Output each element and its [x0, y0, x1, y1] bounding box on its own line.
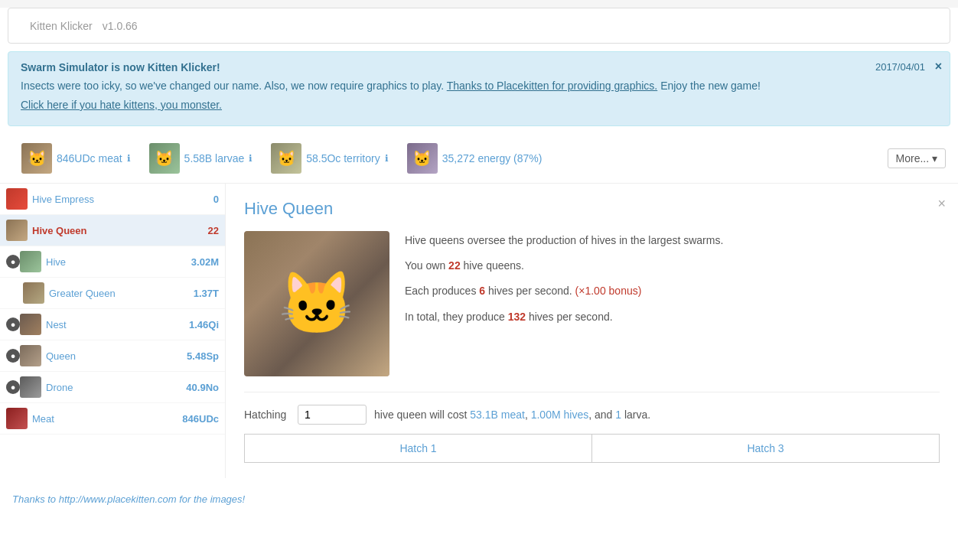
- sidebar-label-queen: Queen: [46, 350, 187, 362]
- hive-queen-icon: [6, 220, 28, 241]
- sidebar-label-hive-queen: Hive Queen: [32, 225, 208, 236]
- queen-toggle-icon[interactable]: ●: [6, 349, 20, 363]
- drone-icon: [20, 376, 41, 398]
- hive-toggle-icon[interactable]: ●: [6, 255, 20, 269]
- larvae-avatar: 🐱: [149, 143, 180, 174]
- sidebar-item-greater-queen[interactable]: Greater Queen 1.37T: [0, 278, 225, 309]
- kitten-art: [244, 231, 389, 376]
- stat-territory[interactable]: 🐱 58.5Oc territory ℹ: [262, 140, 397, 177]
- larvae-info-icon[interactable]: ℹ: [249, 153, 253, 164]
- territory-value: 58.5Oc territory: [306, 152, 380, 164]
- sidebar: Hive Empress 0 Hive Queen 22 ● Hive 3.02…: [0, 184, 226, 478]
- sidebar-item-drone[interactable]: ● Drone 40.9No: [0, 372, 225, 403]
- larvae-value: 5.58B larvae: [184, 152, 245, 164]
- sidebar-item-hive[interactable]: ● Hive 3.02M: [0, 246, 225, 278]
- stat-meat[interactable]: 🐱 846UDc meat ℹ: [12, 140, 140, 177]
- sidebar-item-meat[interactable]: Meat 846UDc: [0, 403, 225, 435]
- hatch-cost-meat: 53.1B meat: [470, 409, 525, 421]
- stat-energy[interactable]: 🐱 35,272 energy (87%): [398, 140, 552, 177]
- alert-link2[interactable]: Click here if you hate kittens, you mons…: [21, 99, 222, 111]
- main-layout: Hive Empress 0 Hive Queen 22 ● Hive 3.02…: [0, 184, 958, 478]
- content-total-count: 132: [508, 311, 526, 323]
- sidebar-count-meat: 846UDc: [182, 413, 219, 425]
- stat-larvae[interactable]: 🐱 5.58B larvae ℹ: [140, 140, 262, 177]
- title-bar: Kitten Klicker v1.0.66: [8, 8, 950, 44]
- meat-value: 846UDc meat: [57, 152, 122, 164]
- hatch-label: Hatching: [244, 409, 290, 421]
- sidebar-count-hive-empress: 0: [213, 194, 219, 205]
- hatch-cost-hive: 1.00M hives: [531, 409, 588, 421]
- hive-empress-icon: [6, 188, 28, 210]
- meat-info-icon[interactable]: ℹ: [127, 153, 131, 164]
- content-description: Hive queens oversee the production of hi…: [405, 231, 940, 376]
- hatch-buttons: Hatch 1 Hatch 3: [244, 434, 940, 463]
- kitten-image: [244, 231, 389, 376]
- alert-text1: Insects were too icky, so we've changed …: [21, 80, 444, 92]
- hatch-cost: hive queen will cost 53.1B meat, 1.00M h…: [374, 409, 650, 421]
- hatch-quantity-input[interactable]: [298, 405, 367, 425]
- footer-text: Thanks to http://www.placekitten.com for…: [12, 493, 245, 505]
- hatch1-button[interactable]: Hatch 1: [244, 434, 591, 463]
- content-total-text: In total, they produce 132 hives per sec…: [405, 308, 940, 327]
- alert-link1[interactable]: Thanks to Placekitten for providing grap…: [447, 80, 657, 92]
- hive-icon: [20, 251, 41, 272]
- sidebar-item-queen[interactable]: ● Queen 5.48Sp: [0, 340, 225, 372]
- meat-icon: [6, 408, 28, 429]
- energy-avatar: 🐱: [407, 143, 438, 174]
- more-button[interactable]: More... ▾: [888, 148, 946, 168]
- hatch-cost-larva: 1: [615, 409, 621, 421]
- alert-date: 2017/04/01: [875, 61, 925, 73]
- nest-toggle-icon[interactable]: ●: [6, 317, 20, 331]
- queen-icon: [20, 345, 41, 366]
- content-body: Hive queens oversee the production of hi…: [244, 231, 940, 376]
- hatch-row: Hatching hive queen will cost 53.1B meat…: [244, 405, 940, 425]
- hatch-section: Hatching hive queen will cost 53.1B meat…: [244, 392, 940, 463]
- content-desc-text: Hive queens oversee the production of hi…: [405, 231, 940, 250]
- hatch3-button[interactable]: Hatch 3: [591, 434, 940, 463]
- content-produces-text: Each produces 6 hives per second. (×1.00…: [405, 282, 940, 301]
- sidebar-item-nest[interactable]: ● Nest 1.46Qi: [0, 309, 225, 340]
- meat-avatar: 🐱: [21, 143, 52, 174]
- alert-text: Insects were too icky, so we've changed …: [21, 78, 937, 94]
- energy-value: 35,272 energy (87%): [442, 152, 543, 164]
- app-title: Kitten Klicker: [30, 20, 93, 32]
- content-own-count: 22: [448, 259, 461, 272]
- alert-banner: Swarm Simulator is now Kitten Klicker! I…: [8, 51, 950, 126]
- sidebar-item-hive-empress[interactable]: Hive Empress 0: [0, 184, 225, 215]
- sidebar-label-greater-queen: Greater Queen: [49, 288, 194, 299]
- sidebar-label-nest: Nest: [46, 319, 189, 330]
- content-own-text: You own 22 hive queens.: [405, 256, 940, 275]
- sidebar-label-drone: Drone: [46, 382, 186, 393]
- content-title: Hive Queen: [244, 199, 940, 219]
- alert-link2-container: Click here if you hate kittens, you mons…: [21, 97, 937, 113]
- sidebar-label-hive: Hive: [46, 256, 191, 268]
- sidebar-count-hive: 3.02M: [191, 256, 219, 268]
- sidebar-count-queen: 5.48Sp: [187, 350, 219, 362]
- app-version: v1.0.66: [103, 20, 138, 32]
- greater-queen-icon: [23, 282, 44, 304]
- alert-title: Swarm Simulator is now Kitten Klicker!: [21, 61, 937, 73]
- content-bonus: (×1.00 bonus): [575, 285, 642, 297]
- sidebar-item-hive-queen[interactable]: Hive Queen 22: [0, 215, 225, 246]
- sidebar-count-greater-queen: 1.37T: [194, 288, 219, 299]
- content-produces-count: 6: [479, 285, 485, 297]
- footer: Thanks to http://www.placekitten.com for…: [0, 478, 958, 520]
- content-close-button[interactable]: ×: [937, 196, 946, 212]
- sidebar-count-nest: 1.46Qi: [189, 319, 219, 330]
- territory-info-icon[interactable]: ℹ: [385, 153, 389, 164]
- sidebar-label-meat: Meat: [32, 413, 182, 425]
- nest-icon: [20, 314, 41, 335]
- sidebar-label-hive-empress: Hive Empress: [32, 194, 213, 205]
- content-panel: × Hive Queen Hive queens oversee the pro…: [226, 184, 958, 478]
- sidebar-count-hive-queen: 22: [208, 225, 219, 236]
- territory-avatar: 🐱: [271, 143, 301, 174]
- sidebar-count-drone: 40.9No: [186, 382, 219, 393]
- alert-close-button[interactable]: ×: [935, 60, 942, 73]
- drone-toggle-icon[interactable]: ●: [6, 380, 20, 394]
- stats-bar: 🐱 846UDc meat ℹ 🐱 5.58B larvae ℹ 🐱 58.5O…: [0, 134, 958, 184]
- alert-text2: Enjoy the new game!: [660, 80, 761, 92]
